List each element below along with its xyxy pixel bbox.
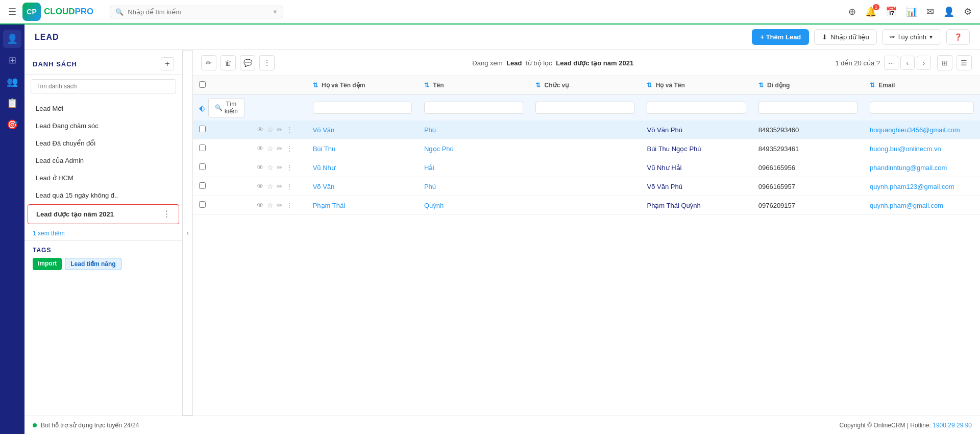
ho-ten-dem-link[interactable]: Võ Văn: [313, 183, 335, 190]
more-row-icon[interactable]: ⋮: [286, 144, 293, 153]
search-bar[interactable]: 🔍 ▼: [110, 6, 283, 18]
sidebar-icon-user[interactable]: 👤: [3, 30, 21, 48]
chart-icon[interactable]: 📊: [906, 6, 917, 17]
body-split: DANH SÁCH + Lead Mới Lead Đang chăm sóc …: [24, 50, 980, 416]
help-button[interactable]: ❓: [946, 29, 970, 45]
sidebar-item-lead-cua-admin[interactable]: Lead của Admin: [28, 152, 179, 169]
view-icon[interactable]: 👁: [257, 126, 264, 134]
filter-email[interactable]: [870, 102, 974, 114]
tags-list: import Lead tiềm năng: [33, 258, 174, 270]
star-icon[interactable]: ☆: [267, 126, 274, 134]
row-checkbox[interactable]: [199, 126, 206, 132]
view-icon[interactable]: 👁: [257, 182, 264, 190]
list-item-menu-icon[interactable]: ⋮: [162, 209, 170, 219]
add-lead-button[interactable]: + Thêm Lead: [752, 29, 809, 45]
sidebar-item-lead-dang-cham-soc[interactable]: Lead Đang chăm sóc: [28, 117, 179, 134]
sidebar-item-lead-duoc-tao-2021[interactable]: Lead được tạo năm 2021 ⋮: [28, 204, 179, 224]
sidebar-item-lead-moi[interactable]: Lead Mới: [28, 100, 179, 117]
ten-link[interactable]: Phú: [424, 126, 436, 134]
ho-ten-dem-link[interactable]: Bùi Thu: [313, 145, 336, 153]
tag-import[interactable]: import: [33, 258, 62, 270]
view-icon[interactable]: 👁: [257, 201, 264, 209]
ten-link[interactable]: Hải: [424, 164, 434, 172]
tag-lead-tiem-nang[interactable]: Lead tiềm năng: [65, 258, 121, 270]
calendar-icon[interactable]: 📅: [886, 6, 897, 17]
add-icon[interactable]: ⊕: [848, 6, 856, 17]
star-icon[interactable]: ☆: [267, 144, 274, 153]
more-row-icon[interactable]: ⋮: [286, 201, 293, 209]
email-link[interactable]: quynh.pham@gmail.com: [870, 202, 943, 209]
col-actions-header: [251, 76, 307, 95]
edit-row-icon[interactable]: ✏: [277, 163, 283, 172]
ho-ten-dem-link[interactable]: Vũ Như: [313, 164, 335, 172]
see-more-link[interactable]: 1 xem thêm: [24, 227, 182, 240]
settings-icon[interactable]: ⚙: [964, 6, 972, 17]
email-link[interactable]: phandinhtung@gmail.com: [870, 164, 947, 172]
filter-ho-ten-dem[interactable]: [313, 102, 412, 114]
star-icon[interactable]: ☆: [267, 163, 274, 172]
filter-ho-ten[interactable]: [647, 102, 746, 114]
row-checkbox[interactable]: [199, 201, 206, 208]
edit-row-icon[interactable]: ✏: [277, 144, 283, 153]
view-info: Đang xem Lead từ bộ lọc Lead được tạo nă…: [472, 59, 633, 67]
view-icon[interactable]: 👁: [257, 163, 264, 172]
row-checkbox[interactable]: [199, 144, 206, 151]
prev-page-button[interactable]: ‹: [900, 56, 915, 70]
star-icon[interactable]: ☆: [267, 201, 274, 209]
more-toolbar-button[interactable]: ⋮: [259, 55, 275, 70]
search-row-button[interactable]: 🔍 Tìm kiếm: [208, 98, 244, 117]
search-input[interactable]: [128, 8, 268, 16]
sidebar-icon-grid[interactable]: ⊞: [3, 51, 21, 69]
user-icon[interactable]: 👤: [943, 6, 954, 17]
list-search-input[interactable]: [31, 79, 176, 93]
sidebar-item-lead-o-hcm[interactable]: Lead ở HCM: [28, 170, 179, 186]
view-table-icon[interactable]: ⊞: [937, 55, 952, 70]
view-icon[interactable]: 👁: [257, 144, 264, 153]
sidebar-icon-leads[interactable]: 🎯: [3, 115, 21, 134]
more-pages-button[interactable]: ···: [884, 56, 898, 70]
ten-link[interactable]: Quỳnh: [424, 202, 444, 209]
import-button[interactable]: ⬇ Nhập dữ liệu: [814, 29, 876, 45]
edit-row-icon[interactable]: ✏: [277, 126, 283, 134]
email-link[interactable]: hoquanghieu3456@gmail.com: [870, 126, 960, 134]
customize-icon: ✏: [890, 33, 895, 41]
hamburger-icon[interactable]: ☰: [8, 6, 16, 17]
view-list-icon[interactable]: ☰: [957, 55, 972, 70]
filter-ten[interactable]: [424, 102, 523, 114]
edit-row-icon[interactable]: ✏: [277, 201, 283, 209]
select-all-checkbox[interactable]: [199, 81, 206, 88]
more-row-icon[interactable]: ⋮: [286, 163, 293, 172]
ho-ten-dem-link[interactable]: Phạm Thái: [313, 202, 345, 209]
hotline-link[interactable]: 1900 29 29 90: [933, 422, 972, 429]
collapse-panel-button[interactable]: ‹: [183, 50, 193, 416]
page-header: LEAD + Thêm Lead ⬇ Nhập dữ liệu ✏ Tùy ch…: [24, 25, 980, 50]
ho-ten-dem-link[interactable]: Võ Văn: [313, 126, 335, 134]
edit-row-icon[interactable]: ✏: [277, 182, 283, 190]
ten-link[interactable]: Ngọc Phú: [424, 145, 454, 153]
customize-button[interactable]: ✏ Tùy chỉnh ▼: [882, 29, 941, 45]
sidebar-icon-people[interactable]: 👥: [3, 73, 21, 91]
email-link[interactable]: huong.bui@onlinecm.vn: [870, 145, 941, 153]
chevron-down-icon: ▼: [272, 9, 278, 15]
sidebar-icon-contacts[interactable]: 📋: [3, 94, 21, 112]
star-icon[interactable]: ☆: [267, 182, 274, 190]
sidebar-item-lead-da-chuyen-doi[interactable]: Lead Đã chuyển đổi: [28, 135, 179, 152]
filter-chuc-vu[interactable]: [535, 102, 634, 114]
edit-toolbar-button[interactable]: ✏: [201, 55, 216, 70]
chat-toolbar-button[interactable]: 💬: [240, 55, 255, 70]
notification-icon[interactable]: 🔔 2: [865, 6, 876, 17]
list-items: Lead Mới Lead Đang chăm sóc Lead Đã chuy…: [24, 98, 182, 227]
email-link[interactable]: quynh.pham123@gmail.com: [870, 183, 954, 190]
filter-di-dong[interactable]: [758, 102, 857, 114]
more-row-icon[interactable]: ⋮: [286, 126, 293, 134]
ten-link[interactable]: Phú: [424, 183, 436, 190]
ho-ten-full: Võ Văn Phú: [647, 126, 682, 134]
sidebar-item-lead-qua-15-ngay[interactable]: Lead quá 15 ngày không đ..: [28, 187, 179, 204]
next-page-button[interactable]: ›: [917, 56, 931, 70]
row-checkbox[interactable]: [199, 182, 206, 189]
row-checkbox[interactable]: [199, 163, 206, 170]
more-row-icon[interactable]: ⋮: [286, 182, 293, 190]
inbox-icon[interactable]: ✉: [926, 6, 934, 17]
delete-toolbar-button[interactable]: 🗑: [220, 55, 236, 70]
add-list-button[interactable]: +: [161, 57, 174, 70]
